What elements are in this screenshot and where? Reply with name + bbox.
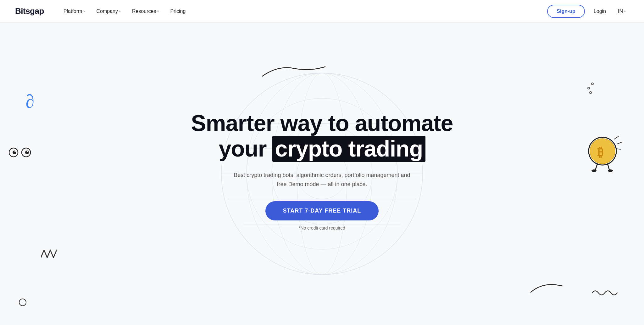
svg-line-18 <box>614 136 619 139</box>
hero-section: ∂ <box>0 23 644 325</box>
svg-point-14 <box>13 151 16 154</box>
svg-point-13 <box>22 148 31 157</box>
svg-point-17 <box>27 151 28 152</box>
pricing-label: Pricing <box>170 9 186 14</box>
hero-content: Smarter way to automate your crypto trad… <box>191 111 453 231</box>
deco-zigzag <box>41 248 57 262</box>
svg-point-15 <box>25 151 29 154</box>
signup-button[interactable]: Sign-up <box>547 5 585 18</box>
platform-label: Platform <box>64 9 82 14</box>
svg-point-16 <box>14 151 16 152</box>
svg-point-26 <box>591 169 597 172</box>
bitcoin-mascot: ₿ <box>584 133 622 174</box>
cta-trial-button[interactable]: START 7-DAY FREE TRIAL <box>265 201 379 220</box>
nav-item-pricing[interactable]: Pricing <box>166 6 190 17</box>
svg-point-22 <box>590 139 615 164</box>
hero-title-line2-plain: your <box>219 136 272 161</box>
hero-title: Smarter way to automate your crypto trad… <box>191 111 453 162</box>
platform-chevron-icon: ▾ <box>83 9 85 13</box>
svg-line-20 <box>616 149 620 149</box>
lang-chevron-icon: ▾ <box>624 9 626 13</box>
deco-curve-bottom <box>528 280 565 297</box>
hero-title-highlight: crypto trading <box>272 136 425 162</box>
svg-line-19 <box>617 142 621 144</box>
logo[interactable]: Bitsgap <box>15 6 44 16</box>
svg-text:₿: ₿ <box>597 145 603 159</box>
company-chevron-icon: ▾ <box>119 9 121 13</box>
deco-dots <box>587 83 594 94</box>
deco-squiggle <box>591 287 619 300</box>
language-selector[interactable]: IN ▾ <box>615 6 629 17</box>
deco-spiral: ∂ <box>24 91 36 111</box>
deco-circle-small <box>19 299 26 306</box>
svg-line-25 <box>608 164 609 170</box>
company-label: Company <box>96 9 118 14</box>
navbar: Bitsgap Platform ▾ Company ▾ Resources ▾… <box>0 0 644 23</box>
login-button[interactable]: Login <box>590 6 610 17</box>
deco-eyes <box>9 145 31 162</box>
hero-subtitle: Best crypto trading bots, algorithmic or… <box>231 171 413 189</box>
nav-right: Sign-up Login IN ▾ <box>547 5 629 18</box>
svg-point-27 <box>608 169 613 172</box>
nav-item-resources[interactable]: Resources ▾ <box>128 6 163 17</box>
nav-item-company[interactable]: Company ▾ <box>92 6 125 17</box>
nav-links: Platform ▾ Company ▾ Resources ▾ Pricing <box>59 6 547 17</box>
svg-point-12 <box>9 148 18 157</box>
svg-line-24 <box>595 164 597 170</box>
resources-label: Resources <box>132 9 156 14</box>
lang-label: IN <box>618 9 623 14</box>
resources-chevron-icon: ▾ <box>157 9 159 13</box>
nav-item-platform[interactable]: Platform ▾ <box>59 6 90 17</box>
no-credit-text: *No credit card required <box>191 225 453 231</box>
hero-title-line1: Smarter way to automate <box>191 111 453 136</box>
svg-point-21 <box>589 137 616 165</box>
